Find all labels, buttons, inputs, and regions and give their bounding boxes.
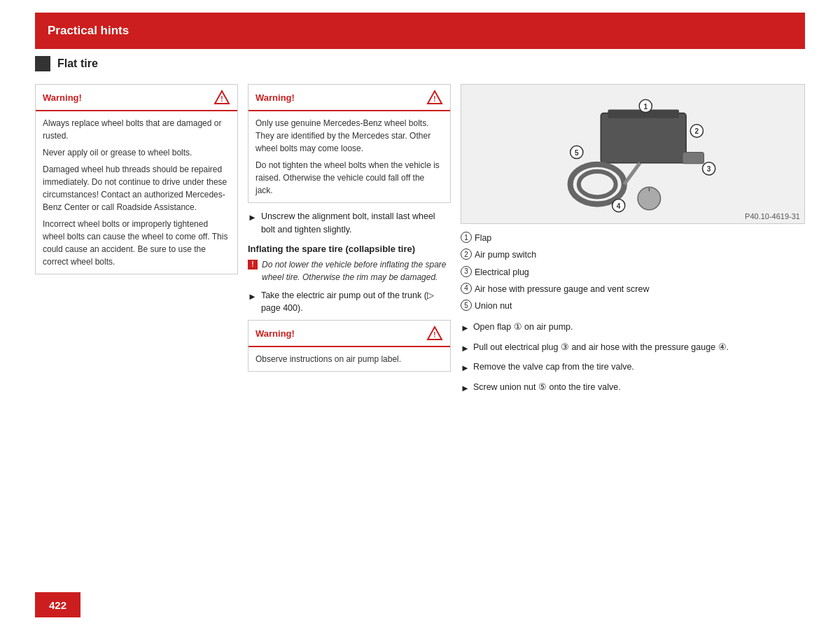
action-text-1: Open flap ① on air pump.: [473, 321, 573, 335]
warning-label-mid1: Warning!: [255, 92, 295, 103]
svg-line-10: [624, 163, 640, 184]
action-item-4: ► Screw union nut ⑤ onto the tire valve.: [461, 381, 805, 396]
svg-point-9: [579, 172, 616, 197]
col-right: 1 2 3 4 5 P40.10-4619-31 1 Flap: [461, 84, 805, 400]
component-item-4: 4 Air hose with pressure gauge and vent …: [461, 282, 805, 297]
svg-text:4: 4: [617, 202, 621, 210]
action-arrow-3: ►: [461, 361, 470, 375]
note-text-inflate: Do not lower the vehicle before inflatin…: [262, 258, 451, 284]
component-item-5: 5 Union nut: [461, 299, 805, 314]
col-left: Warning! ! Always replace wheel bolts th…: [35, 84, 238, 400]
warning-text-mid1-1: Only use genuine Mercedes-Benz wheel bol…: [255, 117, 443, 155]
action-item-1: ► Open flap ① on air pump.: [461, 321, 805, 335]
subtitle-text: Flat tire: [57, 57, 98, 70]
warning-body-mid1: Only use genuine Mercedes-Benz wheel bol…: [248, 111, 450, 202]
component-num-2: 2: [461, 248, 472, 260]
warning-header-mid1: Warning! !: [248, 85, 450, 111]
warning-text-mid2: Observe instructions on air pump label.: [255, 353, 443, 365]
diagram-svg: 1 2 3 4 5: [461, 85, 804, 223]
warning-triangle-icon-mid2: !: [426, 325, 443, 342]
subtitle-accent-bar: [35, 56, 50, 71]
warning-header-left: Warning! !: [36, 85, 237, 111]
component-label-5: Union nut: [475, 299, 512, 314]
action-arrow-1: ►: [461, 321, 470, 335]
section-heading-inflate: Inflating the spare tire (collapsible ti…: [248, 244, 451, 254]
action-arrow-4: ►: [461, 382, 470, 396]
page-title: Practical hints: [48, 24, 129, 38]
content-area: Warning! ! Always replace wheel bolts th…: [35, 84, 805, 400]
action-arrow-2: ►: [461, 342, 470, 356]
component-label-4: Air hose with pressure gauge and vent sc…: [475, 282, 649, 297]
component-item-1: 1 Flap: [461, 231, 805, 246]
svg-rect-6: [601, 113, 686, 163]
action-item-2: ► Pull out electrical plug ③ and air hos…: [461, 341, 805, 356]
note-bullet-icon: !: [248, 260, 258, 270]
arrow-text-alignment: Unscrew the alignment bolt, install last…: [261, 210, 451, 237]
svg-text:!: !: [220, 95, 223, 103]
component-item-3: 3 Electrical plug: [461, 265, 805, 280]
warning-body-left: Always replace wheel bolts that are dama…: [36, 111, 237, 274]
arrow-item-takeout: ► Take the electric air pump out of the …: [248, 289, 451, 316]
svg-text:1: 1: [643, 103, 648, 111]
arrow-icon-takeout: ►: [248, 290, 257, 316]
warning-text-left-3: Damaged wheel hub threads should be repa…: [43, 163, 230, 214]
svg-text:5: 5: [575, 149, 579, 157]
arrow-text-takeout: Take the electric air pump out of the tr…: [261, 289, 451, 316]
svg-text:2: 2: [695, 127, 699, 135]
component-label-3: Electrical plug: [475, 265, 529, 280]
component-num-3: 3: [461, 266, 472, 277]
warning-triangle-icon-left: !: [214, 89, 230, 106]
warning-header-mid2: Warning! !: [248, 321, 450, 347]
warning-box-left: Warning! ! Always replace wheel bolts th…: [35, 84, 238, 274]
component-label-1: Flap: [475, 231, 491, 246]
warning-text-left-1: Always replace wheel bolts that are dama…: [43, 117, 230, 142]
component-num-1: 1: [461, 232, 472, 243]
action-text-4: Screw union nut ⑤ onto the tire valve.: [473, 381, 621, 396]
subtitle-row: Flat tire: [35, 56, 805, 71]
component-list: 1 Flap 2 Air pump switch 3 Electrical pl…: [461, 231, 805, 314]
warning-text-mid1-2: Do not tighten the wheel bolts when the …: [255, 159, 443, 197]
col-mid: Warning! ! Only use genuine Mercedes-Ben…: [248, 84, 451, 400]
component-item-2: 2 Air pump switch: [461, 248, 805, 262]
svg-rect-11: [682, 152, 704, 163]
action-text-2: Pull out electrical plug ③ and air hose …: [473, 341, 729, 356]
warning-triangle-icon-mid1: !: [426, 89, 443, 106]
action-item-3: ► Remove the valve cap from the tire val…: [461, 360, 805, 375]
svg-text:!: !: [433, 331, 435, 339]
component-num-4: 4: [461, 283, 472, 294]
warning-box-mid1: Warning! ! Only use genuine Mercedes-Ben…: [248, 84, 451, 203]
warning-text-left-4: Incorrect wheel bolts or improperly tigh…: [43, 218, 230, 268]
warning-box-mid2: Warning! ! Observe instructions on air p…: [248, 320, 451, 372]
air-pump-diagram: 1 2 3 4 5 P40.10-4619-31: [461, 84, 805, 224]
note-item-inflate: ! Do not lower the vehicle before inflat…: [248, 258, 451, 284]
page-number: 422: [35, 592, 80, 617]
header-bar: Practical hints: [35, 13, 805, 49]
warning-label-left: Warning!: [43, 92, 82, 103]
svg-text:3: 3: [707, 165, 711, 173]
warning-label-mid2: Warning!: [255, 328, 295, 339]
svg-text:!: !: [433, 95, 435, 103]
diagram-label: P40.10-4619-31: [745, 212, 800, 220]
component-num-5: 5: [461, 300, 472, 311]
action-list: ► Open flap ① on air pump. ► Pull out el…: [461, 321, 805, 395]
warning-text-left-2: Never apply oil or grease to wheel bolts…: [43, 146, 230, 159]
component-label-2: Air pump switch: [475, 248, 536, 262]
action-text-3: Remove the valve cap from the tire valve…: [473, 360, 634, 375]
warning-body-mid2: Observe instructions on air pump label.: [248, 347, 450, 371]
arrow-icon-alignment: ►: [248, 211, 257, 237]
arrow-item-alignment: ► Unscrew the alignment bolt, install la…: [248, 210, 451, 237]
